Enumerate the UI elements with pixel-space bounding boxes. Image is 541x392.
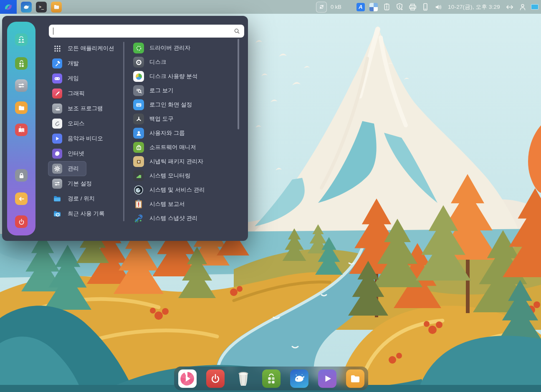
- category-label: 보조 프로그램: [68, 105, 103, 112]
- dock-file-manager[interactable]: [346, 369, 364, 388]
- category-accessories[interactable]: 보조 프로그램: [48, 101, 111, 116]
- removable-device-icon[interactable]: [421, 2, 430, 12]
- panel-launchers: >_: [0, 0, 62, 14]
- utility-knife-icon: [52, 104, 62, 114]
- monitor-wave-icon: [133, 170, 144, 181]
- refresh-arrows-icon: [319, 4, 325, 10]
- category-preferences[interactable]: 기본 설정: [48, 176, 99, 191]
- menu-search: [49, 25, 244, 38]
- dock-trash[interactable]: [234, 369, 253, 388]
- category-internet[interactable]: 인터넷: [48, 146, 92, 161]
- people-arrows-icon: [17, 35, 25, 44]
- sidebar-system-settings[interactable]: [15, 79, 28, 92]
- folder-icon: [18, 104, 25, 112]
- app-label: 디스크 사용량 분석: [149, 73, 198, 80]
- sidebar-software-manager[interactable]: [15, 57, 28, 70]
- desktop: >_ 0 kB A: [0, 0, 541, 392]
- category-label: 그래픽: [68, 90, 85, 97]
- volume-icon[interactable]: [434, 2, 443, 12]
- category-all-applications[interactable]: 모든 애플리케이션: [48, 41, 122, 56]
- power-icon: [18, 218, 25, 225]
- app-synaptic[interactable]: 시냅틱 패키지 관리자: [133, 154, 238, 169]
- sidebar-help-center[interactable]: ?: [15, 124, 28, 136]
- sidebar-logout[interactable]: [15, 192, 28, 205]
- panel-file-manager[interactable]: [51, 2, 62, 13]
- user-applet-icon[interactable]: [518, 2, 527, 12]
- dock-whale-browser[interactable]: [290, 369, 308, 388]
- app-label: 소프트웨어 매니저: [149, 144, 196, 151]
- app-driver-manager[interactable]: 드라이버 관리자: [133, 41, 238, 55]
- mosaic-applet-icon[interactable]: [369, 2, 378, 12]
- sidebar-lock-screen[interactable]: [15, 169, 28, 182]
- backup-icon: [133, 114, 144, 124]
- printer-icon[interactable]: [408, 2, 417, 12]
- category-scrollbar[interactable]: [123, 42, 124, 221]
- category-label: 오피스: [68, 120, 85, 127]
- app-login-window-settings[interactable]: 로그인 화면 설정: [133, 98, 238, 112]
- app-label: 시스템 스냅샷 관리: [149, 215, 198, 222]
- app-label: 백업 도구: [149, 115, 174, 123]
- sidebar-shutdown[interactable]: [15, 215, 28, 228]
- gamepad-icon: [52, 73, 62, 83]
- panel-tray: 0 kB A: [316, 2, 541, 13]
- app-software-manager[interactable]: 소프트웨어 매니저: [133, 140, 238, 154]
- mosaic-glyph: [369, 3, 378, 11]
- korean-input-icon[interactable]: A: [356, 2, 365, 12]
- user-icon: [133, 128, 144, 139]
- search-input[interactable]: [53, 28, 234, 35]
- app-system-monitor[interactable]: 시스템 모니터링: [133, 169, 238, 183]
- panel-whale-browser[interactable]: [21, 2, 32, 13]
- log-search-icon: [133, 85, 144, 96]
- app-list-scrollbar[interactable]: [238, 39, 239, 129]
- show-desktop-button[interactable]: [531, 4, 538, 10]
- dock: [174, 367, 368, 390]
- category-label: 경로 / 위치: [68, 195, 95, 202]
- menu-button[interactable]: [0, 0, 17, 14]
- clock[interactable]: 10-27(금), 오후 3:29: [447, 3, 501, 11]
- search-icon: [234, 28, 240, 34]
- app-services-manager[interactable]: 시스템 및 서비스 관리: [133, 183, 238, 197]
- category-recent-files[interactable]: 최근 사용 기록: [48, 206, 112, 221]
- terminal-prompt-icon: >_: [39, 5, 44, 9]
- sidebar-community-app[interactable]: [15, 33, 28, 46]
- all-apps-grid-icon: [52, 43, 62, 53]
- whale-icon: [23, 3, 30, 11]
- panel-terminal[interactable]: >_: [36, 2, 47, 13]
- app-snapshot-manager[interactable]: 시스템 스냅샷 관리: [133, 211, 238, 225]
- category-administration[interactable]: 관리: [48, 161, 86, 176]
- sidebar-file-manager[interactable]: [15, 101, 28, 114]
- dock-power-button[interactable]: [206, 369, 225, 388]
- dock-media-player-pink[interactable]: [178, 369, 197, 388]
- app-log-viewer[interactable]: 로그 보기: [133, 83, 238, 98]
- software-bag-icon: [265, 373, 277, 384]
- app-disk-usage-analyzer[interactable]: 디스크 사용량 분석: [133, 69, 238, 83]
- dock-media-player[interactable]: [318, 369, 336, 388]
- category-label: 개발: [68, 60, 79, 67]
- gear-icon: [52, 164, 62, 174]
- app-label: 시스템 보고서: [149, 200, 185, 208]
- app-label: 로그인 화면 설정: [149, 101, 192, 109]
- category-label: 게임: [68, 75, 79, 82]
- app-disks[interactable]: 디스크: [133, 55, 238, 69]
- clipboard-icon[interactable]: [382, 2, 391, 12]
- category-places[interactable]: 경로 / 위치: [48, 191, 102, 206]
- category-office[interactable]: 오피스: [48, 116, 92, 131]
- category-development[interactable]: 개발: [48, 56, 86, 71]
- app-label: 드라이버 관리자: [149, 44, 190, 52]
- category-label: 관리: [68, 165, 79, 172]
- application-menu: ? 모든: [2, 16, 248, 241]
- app-users-groups[interactable]: 사용자와 그룹: [133, 126, 238, 140]
- network-monitor-icon[interactable]: [316, 2, 327, 13]
- recent-folder-icon: [52, 209, 62, 219]
- resize-arrows-icon[interactable]: [505, 2, 514, 12]
- package-download-icon: [133, 156, 144, 167]
- app-label: 로그 보기: [149, 87, 174, 94]
- security-shield-icon[interactable]: [395, 2, 404, 12]
- dock-software-manager[interactable]: [262, 369, 281, 388]
- trash-icon: [235, 370, 252, 387]
- category-sound-video[interactable]: 음악과 비디오: [48, 131, 111, 146]
- category-games[interactable]: 게임: [48, 71, 86, 86]
- category-graphics[interactable]: 그래픽: [48, 86, 92, 101]
- app-backup-tool[interactable]: 백업 도구: [133, 112, 238, 126]
- app-system-reports[interactable]: 시스템 보고서: [133, 197, 238, 211]
